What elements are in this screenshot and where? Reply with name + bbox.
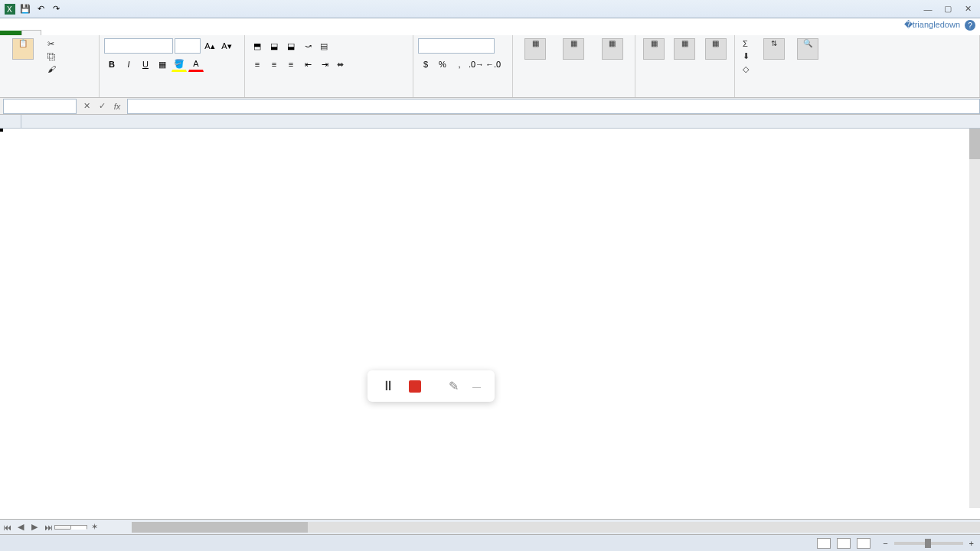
pause-icon[interactable]: ⏸ (381, 378, 395, 394)
group-font (104, 94, 240, 96)
font-name-select[interactable] (104, 38, 173, 54)
indent-decrease-icon[interactable]: ⇤ (300, 57, 315, 72)
view-pagebreak-icon[interactable] (857, 538, 871, 549)
indent-increase-icon[interactable]: ⇥ (317, 57, 332, 72)
spreadsheet-grid[interactable] (0, 115, 980, 519)
group-cells (640, 94, 730, 96)
svg-text:X: X (7, 5, 12, 14)
annotate-icon[interactable]: ✎ (449, 379, 459, 393)
group-number (418, 94, 508, 96)
sheet-tab-bar: ⏮ ◀ ▶ ⏭ ✶ (0, 519, 980, 534)
minimize-icon[interactable]: — (919, 2, 937, 16)
group-clipboard (5, 94, 94, 96)
cell-styles-button[interactable]: ▦ (595, 38, 630, 61)
group-editing (740, 94, 975, 96)
minimize-ribbon-icon[interactable]: �triangledown (904, 20, 960, 31)
sheet-nav-prev-icon[interactable]: ◀ (14, 522, 28, 532)
sheet-nav-first-icon[interactable]: ⏮ (0, 523, 14, 532)
cancel-edit-icon[interactable]: ✕ (80, 99, 93, 113)
format-painter-button[interactable]: 🖌 (44, 64, 62, 74)
insert-cells-button[interactable]: ▦ (640, 38, 668, 61)
fill-color-icon[interactable]: 🪣 (172, 57, 187, 72)
horizontal-scrollbar[interactable] (132, 522, 980, 533)
font-size-select[interactable] (175, 38, 201, 54)
underline-icon[interactable]: U (138, 57, 153, 72)
group-alignment (250, 94, 408, 96)
sheet-tab-listado[interactable] (54, 525, 71, 530)
wrap-text-button[interactable]: ▤ (317, 38, 334, 54)
sheet-tab-notas[interactable] (70, 525, 87, 530)
stop-icon[interactable] (409, 380, 421, 393)
format-as-table-button[interactable]: ▦ (556, 38, 591, 61)
merge-center-button[interactable]: ⬌ (334, 57, 350, 72)
tab-home[interactable] (21, 30, 41, 35)
align-left-icon[interactable]: ≡ (250, 57, 265, 72)
maximize-icon[interactable]: ▢ (939, 2, 957, 16)
group-styles (518, 94, 630, 96)
tab-file[interactable] (0, 31, 21, 35)
align-middle-icon[interactable]: ⬓ (266, 38, 282, 54)
name-box[interactable] (3, 99, 77, 114)
undo-icon[interactable]: ↶ (34, 2, 47, 16)
sheet-nav-next-icon[interactable]: ▶ (28, 522, 41, 532)
title-bar: X 💾 ↶ ↷ — ▢ ✕ (0, 0, 980, 18)
cut-button[interactable]: ✂ (44, 38, 62, 50)
zoom-out-icon[interactable]: − (883, 539, 887, 548)
view-layout-icon[interactable] (837, 538, 851, 549)
delete-cells-button[interactable]: ▦ (671, 38, 698, 61)
fx-icon[interactable]: fx (110, 99, 124, 113)
formula-input[interactable] (127, 99, 980, 114)
excel-icon[interactable]: X (3, 2, 17, 16)
increase-font-icon[interactable]: A▴ (202, 38, 217, 54)
autosum-button[interactable]: Σ (740, 38, 756, 49)
align-center-icon[interactable]: ≡ (266, 57, 282, 72)
align-top-icon[interactable]: ⬒ (250, 38, 265, 54)
redo-icon[interactable]: ↷ (49, 2, 63, 16)
sort-filter-button[interactable]: ⇅ (759, 38, 789, 61)
new-sheet-icon[interactable]: ✶ (87, 522, 101, 532)
font-color-icon[interactable]: A (188, 57, 204, 72)
align-bottom-icon[interactable]: ⬓ (283, 38, 299, 54)
zoom-in-icon[interactable]: + (969, 539, 974, 548)
italic-icon[interactable]: I (121, 57, 136, 72)
status-bar: − + (0, 534, 980, 551)
conditional-formatting-button[interactable]: ▦ (518, 38, 553, 61)
border-icon[interactable]: ▦ (155, 57, 170, 72)
ribbon: 📋 ✂ ⿻ 🖌 A▴ A▾ B I U ▦ 🪣 A (0, 35, 980, 98)
recorder-minimize-icon[interactable]: — (472, 382, 481, 391)
ribbon-tabs: �triangledown ? (0, 18, 980, 35)
decrease-font-icon[interactable]: A▾ (219, 38, 234, 54)
screen-recorder-overlay[interactable]: ⏸ ✎ — (368, 370, 495, 402)
vertical-scrollbar[interactable] (969, 129, 980, 508)
number-format-select[interactable] (418, 38, 495, 54)
zoom-slider[interactable] (894, 542, 963, 545)
confirm-edit-icon[interactable]: ✓ (95, 99, 109, 113)
formula-bar: ✕ ✓ fx (0, 98, 980, 115)
orientation-icon[interactable]: ⤻ (300, 38, 315, 54)
tab-insert[interactable] (41, 31, 60, 35)
save-icon[interactable]: 💾 (18, 2, 32, 16)
currency-icon[interactable]: $ (418, 57, 433, 72)
decimal-decrease-icon[interactable]: ←.0 (485, 57, 501, 72)
sheet-nav-last-icon[interactable]: ⏭ (41, 523, 55, 532)
bold-icon[interactable]: B (104, 57, 119, 72)
comma-icon[interactable]: , (452, 57, 467, 72)
decimal-increase-icon[interactable]: .0→ (469, 57, 484, 72)
tab-page-layout[interactable] (60, 31, 78, 35)
align-right-icon[interactable]: ≡ (283, 57, 299, 72)
view-normal-icon[interactable] (817, 538, 831, 549)
close-icon[interactable]: ✕ (959, 2, 977, 16)
find-select-button[interactable]: 🔍 (792, 38, 823, 61)
percent-icon[interactable]: % (435, 57, 450, 72)
tab-review[interactable] (115, 31, 133, 35)
copy-button[interactable]: ⿻ (44, 51, 62, 62)
fill-button[interactable]: ⬇ (740, 51, 756, 62)
tab-data[interactable] (96, 31, 115, 35)
clear-button[interactable]: ◇ (740, 64, 756, 75)
help-icon[interactable]: ? (965, 20, 975, 31)
paste-button[interactable]: 📋 (5, 38, 41, 61)
tab-view[interactable] (133, 31, 152, 35)
tab-formulas[interactable] (78, 31, 96, 35)
format-cells-button[interactable]: ▦ (702, 38, 730, 61)
select-all-corner[interactable] (0, 115, 21, 128)
